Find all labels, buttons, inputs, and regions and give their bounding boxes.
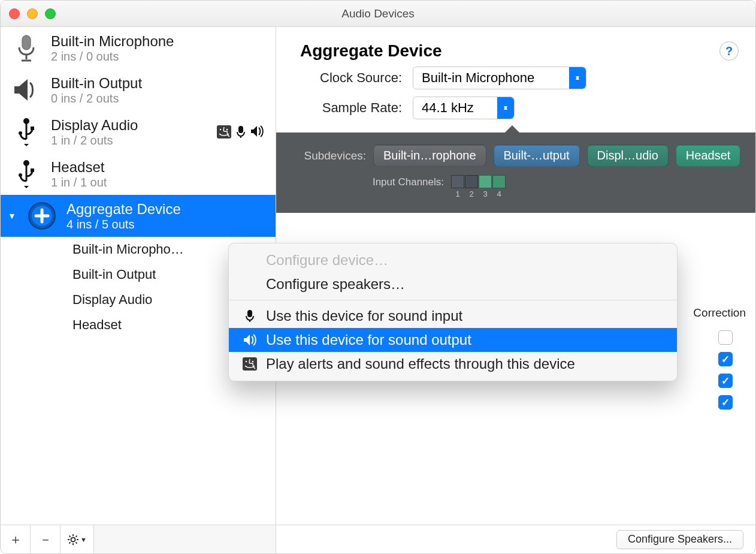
subdevices-label: Subdevices:	[288, 149, 366, 162]
usb-icon	[10, 158, 43, 190]
microphone-icon	[10, 32, 43, 64]
menu-item-configure-speakers[interactable]: Configure speakers…	[229, 272, 677, 296]
chevron-updown-icon: ▲▼	[497, 97, 514, 119]
svg-rect-5	[31, 127, 34, 130]
chevron-updown-icon: ▲▼	[569, 67, 586, 89]
speaker-icon	[250, 125, 264, 138]
device-io: 1 in / 1 out	[51, 176, 270, 189]
drift-checkbox[interactable]	[718, 330, 733, 345]
usb-icon	[10, 116, 43, 148]
device-io: 2 ins / 0 outs	[51, 50, 270, 64]
device-io: 4 ins / 5 outs	[66, 218, 270, 231]
device-name: Built-in Output	[51, 75, 270, 92]
svg-rect-9	[238, 126, 243, 133]
svg-point-4	[19, 131, 22, 135]
plus-icon	[26, 200, 58, 232]
disclosure-triangle-icon[interactable]: ▼	[7, 211, 17, 221]
svg-rect-25	[247, 310, 252, 317]
sample-rate-popup[interactable]: 44.1 kHz ▲▼	[413, 97, 515, 119]
menu-item-use-output[interactable]: Use this device for sound output	[229, 328, 677, 352]
window-controls	[9, 8, 56, 19]
zoom-icon[interactable]	[45, 8, 56, 19]
svg-point-16	[71, 537, 75, 541]
device-name: Aggregate Device	[66, 201, 270, 218]
audio-midi-window: Audio Devices Built-in Microphone 2 ins …	[0, 0, 756, 554]
device-name: Built-in Microphone	[51, 33, 270, 50]
minimize-icon[interactable]	[27, 8, 38, 19]
device-default-badges	[217, 125, 270, 138]
device-io: 1 in / 2 outs	[51, 134, 208, 147]
svg-line-22	[75, 542, 77, 543]
sidebar-footer: ＋ － ▼	[1, 525, 276, 553]
clock-source-label: Clock Source:	[300, 70, 402, 86]
device-name: Headset	[51, 159, 270, 176]
svg-point-7	[220, 129, 222, 131]
svg-point-29	[252, 361, 254, 363]
sample-rate-label: Sample Rate:	[300, 100, 402, 116]
subdevices-panel: Subdevices: Built-in…rophone Built-…utpu…	[276, 133, 755, 213]
add-device-button[interactable]: ＋	[1, 525, 31, 553]
sidebar-item-aggregate[interactable]: ▼ Aggregate Device 4 ins / 5 outs	[1, 195, 276, 237]
drift-correction-column	[718, 330, 733, 410]
svg-rect-13	[31, 168, 34, 172]
device-io: 0 ins / 2 outs	[51, 92, 270, 106]
menu-item-use-input[interactable]: Use this device for sound input	[229, 304, 677, 328]
clock-source-popup[interactable]: Built-in Microphone ▲▼	[413, 67, 586, 89]
mic-icon	[242, 309, 258, 323]
svg-point-8	[226, 129, 228, 131]
detail-footer: Configure Speakers...	[276, 525, 755, 553]
sample-rate-value: 44.1 kHz	[413, 100, 482, 116]
subdevice-pill[interactable]: Displ…udio	[587, 144, 669, 167]
svg-point-28	[246, 361, 247, 363]
chevron-down-icon: ▼	[80, 536, 87, 543]
device-context-menu: Configure device… Configure speakers… Us…	[228, 243, 678, 381]
svg-line-24	[69, 542, 71, 543]
finder-icon	[217, 125, 231, 138]
gear-icon	[67, 534, 79, 546]
input-channels-label: Input Channels:	[288, 175, 444, 188]
drift-correction-header: Correction	[693, 306, 746, 320]
subdevice-pill[interactable]: Headset	[676, 144, 741, 167]
drift-checkbox[interactable]	[718, 374, 733, 388]
speaker-icon	[10, 74, 43, 106]
mic-icon	[236, 125, 246, 138]
device-name: Display Audio	[51, 117, 208, 134]
finder-icon	[242, 357, 258, 371]
drift-checkbox[interactable]	[718, 352, 733, 366]
detail-title: Aggregate Device	[300, 41, 442, 61]
sidebar-item-headset[interactable]: Headset 1 in / 1 out	[1, 153, 276, 195]
menu-item-configure-device: Configure device…	[229, 248, 677, 272]
clock-source-value: Built-in Microphone	[413, 70, 543, 86]
configure-speakers-button[interactable]: Configure Speakers...	[616, 530, 743, 549]
svg-line-21	[69, 535, 71, 537]
svg-line-23	[75, 535, 77, 537]
help-button[interactable]: ?	[719, 41, 739, 61]
close-icon[interactable]	[9, 8, 20, 19]
window-title: Audio Devices	[1, 7, 755, 20]
svg-rect-0	[22, 35, 31, 50]
menu-item-play-alerts[interactable]: Play alerts and sound effects through th…	[229, 352, 677, 376]
speaker-icon	[242, 334, 258, 346]
subdevice-pill[interactable]: Built-…utput	[494, 144, 580, 167]
subdevice-pill[interactable]: Built-in…rophone	[373, 144, 486, 167]
titlebar: Audio Devices	[1, 1, 755, 27]
actions-menu-button[interactable]: ▼	[61, 525, 94, 553]
input-channel-blocks	[451, 175, 506, 188]
sidebar-item-builtin-mic[interactable]: Built-in Microphone 2 ins / 0 outs	[1, 27, 276, 69]
drift-checkbox[interactable]	[718, 395, 733, 410]
sidebar-item-builtin-output[interactable]: Built-in Output 0 ins / 2 outs	[1, 69, 276, 111]
channel-numbers: 1 2 3 4	[451, 188, 506, 198]
svg-point-12	[19, 173, 22, 177]
menu-separator	[229, 300, 677, 300]
sidebar-item-display-audio[interactable]: Display Audio 1 in / 2 outs	[1, 111, 276, 153]
remove-device-button[interactable]: －	[31, 525, 61, 553]
